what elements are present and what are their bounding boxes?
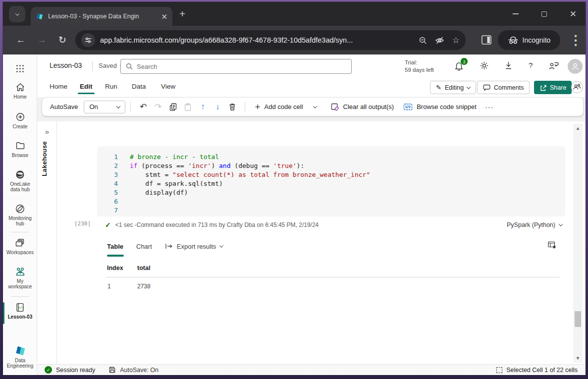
scroll-down-icon[interactable]: ▼ — [573, 356, 583, 361]
zoom-icon[interactable] — [419, 36, 427, 45]
tab-close-icon[interactable]: ✕ — [161, 13, 167, 20]
column-header-total[interactable]: total — [137, 265, 150, 271]
chevron-down-icon — [559, 222, 563, 226]
account-avatar[interactable] — [568, 59, 583, 74]
add-cell-dropdown-icon[interactable] — [313, 104, 317, 108]
trial-status: Trial: 59 days left — [405, 59, 443, 74]
document-title[interactable]: Lesson-03 — [50, 61, 82, 69]
sidebar-item-onelake[interactable]: OneLake data hub — [3, 169, 37, 192]
editing-mode-dropdown[interactable]: ✎ Editing — [430, 81, 476, 94]
clear-outputs-button[interactable]: Clear all output(s) — [330, 103, 394, 111]
tab-data[interactable]: Data — [132, 83, 146, 90]
code-line[interactable]: 1# bronze - incr - total — [97, 153, 565, 162]
url-text[interactable]: app.fabric.microsoft.com/groups/a668a328… — [100, 36, 414, 44]
tab-view[interactable]: View — [161, 83, 175, 90]
expand-panel-button[interactable]: » — [37, 127, 57, 136]
minimize-icon[interactable] — [513, 13, 519, 14]
paste-button[interactable] — [180, 100, 195, 114]
line-number: 1 — [97, 153, 118, 162]
table-settings-icon[interactable] — [547, 240, 556, 249]
reload-icon[interactable]: ↻ — [56, 34, 68, 46]
feedback-icon[interactable] — [548, 61, 559, 70]
rail-divider — [11, 232, 29, 232]
maximize-icon[interactable] — [541, 11, 547, 17]
site-settings-icon[interactable] — [81, 33, 95, 47]
notifications-button[interactable]: 3 — [454, 61, 464, 71]
export-results-dropdown[interactable]: Export results — [165, 243, 223, 250]
search-input[interactable]: Search — [120, 59, 352, 74]
output-tab-chart[interactable]: Chart — [136, 243, 152, 250]
move-up-button[interactable]: ↑ — [195, 100, 210, 114]
sidebar-item-browse[interactable]: Browse — [3, 141, 37, 158]
undo-button[interactable]: ↶ — [136, 100, 151, 114]
sidebar-item-lesson-03[interactable]: </> Lesson-03 — [3, 302, 37, 320]
comments-button[interactable]: Comments — [477, 81, 530, 94]
comment-bubble-icon — [483, 84, 490, 91]
code-line[interactable]: 7 — [97, 206, 565, 215]
toolbar-more-button[interactable]: ··· — [485, 103, 494, 111]
close-icon[interactable]: ✕ — [570, 10, 577, 18]
delete-cell-button[interactable] — [225, 100, 240, 114]
output-tab-table[interactable]: Table — [107, 243, 123, 250]
workspaces-icon — [15, 238, 25, 248]
forward-icon[interactable]: → — [36, 34, 48, 46]
sidebar-item-my-workspace[interactable]: My workspace — [3, 267, 37, 289]
sidebar-item-create[interactable]: Create — [3, 112, 37, 129]
tab-home[interactable]: Home — [50, 83, 67, 90]
side-panel-icon[interactable] — [481, 35, 491, 45]
ribbon: Home Edit Run Data View ✎ Editing Commen… — [37, 78, 586, 97]
onelake-sphere-icon — [15, 169, 25, 179]
language-selector[interactable]: PySpark (Python) — [507, 221, 562, 228]
sidebar-item-data-engineering[interactable]: Data Engineering — [3, 346, 37, 369]
code-line[interactable]: 3 stmt = "select count(*) as total from … — [97, 170, 565, 179]
chevron-down-icon — [467, 85, 471, 89]
move-down-button[interactable]: ↓ — [210, 100, 225, 114]
autosave-select[interactable]: On — [84, 101, 125, 113]
share-button[interactable]: Share — [534, 81, 572, 94]
download-icon[interactable] — [504, 61, 513, 70]
save-status-dropdown[interactable]: Saved — [99, 62, 123, 69]
scroll-up-icon[interactable]: ▲ — [573, 126, 583, 131]
home-icon — [15, 82, 25, 92]
code-line[interactable]: 6 — [97, 197, 565, 206]
code-editor[interactable]: 1# bronze - incr - total2if (process == … — [97, 146, 565, 217]
browse-snippet-button[interactable]: Browse code snippet — [403, 103, 477, 111]
code-line[interactable]: 5 display(df) — [97, 188, 565, 197]
address-bar[interactable]: app.fabric.microsoft.com/groups/a668a328… — [75, 30, 466, 50]
tab-edit[interactable]: Edit — [80, 83, 93, 90]
lakehouse-panel-label[interactable]: Lakehouse — [41, 141, 48, 176]
search-icon — [126, 63, 133, 70]
code-snippet-icon — [403, 103, 413, 111]
column-header-index[interactable]: Index — [107, 265, 137, 271]
help-icon[interactable]: ? — [529, 61, 533, 69]
vertical-scrollbar[interactable]: ▲ ▼ — [573, 124, 583, 363]
redo-button[interactable]: ↷ — [151, 100, 165, 114]
app-launcher-button[interactable] — [3, 63, 37, 73]
tab-search-button[interactable] — [9, 6, 25, 22]
code-line[interactable]: 2if (process == 'incr') and (debug == 't… — [97, 162, 565, 170]
tab-run[interactable]: Run — [105, 83, 117, 90]
settings-gear-icon[interactable] — [480, 61, 489, 70]
table-row[interactable]: 12738 — [97, 283, 565, 290]
sidebar-item-workspaces[interactable]: Workspaces — [3, 238, 37, 255]
code-line[interactable]: 4 df = spark.sql(stmt) — [97, 179, 565, 188]
window-controls: ✕ — [513, 9, 577, 18]
notebook-code-icon: </> — [15, 302, 25, 312]
browser-menu-icon[interactable]: ••• — [572, 34, 580, 47]
toolbar-band: AutoSave On ↶ ↷ ↑ ↓ — [37, 97, 586, 121]
notebook-cell[interactable]: 1# bronze - incr - total2if (process == … — [97, 146, 565, 290]
line-number: 6 — [97, 197, 118, 206]
add-code-cell-button[interactable]: + Add code cell — [255, 102, 303, 112]
sidebar-item-monitoring[interactable]: Monitoring hub — [3, 204, 37, 226]
notification-badge: 3 — [460, 57, 468, 65]
bookmark-star-icon[interactable]: ☆ — [452, 35, 460, 46]
sidebar-item-home[interactable]: Home — [3, 82, 37, 100]
copy-button[interactable] — [165, 100, 180, 114]
password-eye-off-icon[interactable] — [435, 36, 444, 45]
app-launcher-icon — [16, 63, 24, 73]
collaborators-icon[interactable] — [571, 81, 584, 94]
scrollbar-thumb[interactable] — [575, 311, 581, 327]
browser-tab[interactable]: Lesson-03 - Synapse Data Engin ✕ — [31, 7, 172, 26]
back-icon[interactable]: ← — [15, 34, 27, 46]
new-tab-button[interactable]: + — [179, 8, 185, 20]
